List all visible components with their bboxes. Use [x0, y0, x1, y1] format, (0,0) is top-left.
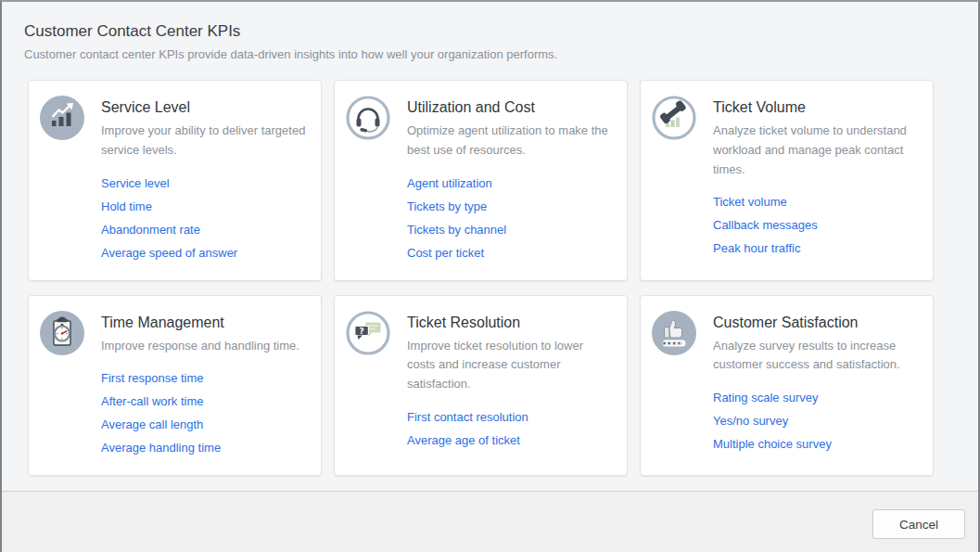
- kpi-card-grid: Service Level Improve your ability to de…: [28, 80, 934, 476]
- main-content: Customer Contact Center KPIs Customer co…: [2, 2, 978, 476]
- kpi-link[interactable]: Peak hour traffic: [713, 241, 920, 255]
- kpi-link[interactable]: Ticket volume: [713, 195, 920, 209]
- card-utilization-and-cost: Utilization and Cost Optimize agent util…: [334, 80, 628, 281]
- kpi-link[interactable]: Multiple choice survey: [713, 437, 920, 451]
- card-description: Improve response and handling time.: [101, 337, 308, 356]
- card-link-list: Ticket volume Callback messages Peak hou…: [713, 195, 920, 255]
- kpi-link[interactable]: After-call work time: [101, 394, 308, 408]
- cancel-button[interactable]: Cancel: [872, 509, 965, 539]
- kpi-link[interactable]: Yes/no survey: [713, 414, 920, 428]
- footer-bar: Cancel: [2, 491, 978, 552]
- card-description: Analyze survey results to increase custo…: [713, 337, 920, 376]
- kpi-link[interactable]: Callback messages: [713, 218, 920, 232]
- kpi-link[interactable]: Average age of ticket: [407, 433, 614, 447]
- card-link-list: Service level Hold time Abandonment rate…: [101, 176, 308, 260]
- card-title: Service Level: [101, 99, 308, 116]
- card-ticket-volume: Ticket Volume Analyze ticket volume to u…: [640, 80, 934, 281]
- card-customer-satisfaction: ★★★★ ★ Customer Satisfaction Analyze sur…: [640, 295, 934, 477]
- card-title: Ticket Volume: [713, 99, 920, 116]
- bar-chart-trend-icon: [40, 96, 84, 140]
- thumbs-up-rating-icon: ★★★★ ★: [652, 311, 696, 355]
- card-link-list: Agent utilization Tickets by type Ticket…: [407, 176, 614, 260]
- card-body: Customer Satisfaction Analyze survey res…: [713, 309, 920, 461]
- card-ticket-resolution: ? Ticket Resolution Improve ticket resol…: [334, 295, 628, 477]
- card-link-list: First response time After-call work time…: [101, 371, 308, 455]
- card-body: Service Level Improve your ability to de…: [101, 94, 308, 269]
- kpi-link[interactable]: Service level: [101, 176, 308, 190]
- card-time-management: Time Management Improve response and han…: [28, 295, 322, 477]
- kpi-link[interactable]: Average speed of answer: [101, 246, 308, 260]
- svg-text:★: ★: [679, 340, 683, 346]
- kpi-link[interactable]: Rating scale survey: [713, 391, 920, 404]
- kpi-link[interactable]: Tickets by type: [407, 199, 614, 213]
- kpi-link[interactable]: Cost per ticket: [407, 246, 614, 260]
- card-description: Improve ticket resolution to lower costs…: [407, 337, 614, 394]
- card-description: Improve your ability to deliver targeted…: [101, 122, 308, 160]
- card-link-list: Rating scale survey Yes/no survey Multip…: [713, 391, 920, 451]
- kpi-link[interactable]: First contact resolution: [407, 410, 614, 424]
- card-title: Utilization and Cost: [407, 99, 614, 116]
- page-title: Customer Contact Center KPIs: [24, 22, 956, 41]
- kpi-link[interactable]: First response time: [101, 371, 308, 385]
- chat-question-icon: ?: [346, 311, 390, 355]
- kpi-link[interactable]: Average handling time: [101, 441, 308, 455]
- card-body: Time Management Improve response and han…: [101, 309, 308, 465]
- svg-text:?: ?: [359, 326, 363, 335]
- card-description: Optimize agent utilization to make the b…: [407, 122, 614, 160]
- card-body: Ticket Volume Analyze ticket volume to u…: [713, 94, 920, 264]
- card-title: Ticket Resolution: [407, 315, 614, 331]
- card-body: Ticket Resolution Improve ticket resolut…: [407, 309, 614, 456]
- card-title: Customer Satisfaction: [713, 315, 920, 331]
- card-title: Time Management: [101, 315, 308, 331]
- card-link-list: First contact resolution Average age of …: [407, 410, 614, 447]
- card-body: Utilization and Cost Optimize agent util…: [407, 94, 614, 269]
- kpi-link[interactable]: Tickets by channel: [407, 223, 614, 237]
- card-service-level: Service Level Improve your ability to de…: [28, 80, 322, 281]
- kpi-link[interactable]: Hold time: [101, 199, 308, 213]
- kpi-picker-panel: Customer Contact Center KPIs Customer co…: [0, 0, 980, 552]
- phone-chart-icon: [652, 96, 696, 140]
- page-subtitle: Customer contact center KPIs provide dat…: [24, 47, 956, 61]
- kpi-link[interactable]: Agent utilization: [407, 176, 614, 190]
- headset-icon: [346, 96, 390, 140]
- stopwatch-clipboard-icon: [40, 311, 84, 355]
- card-description: Analyze ticket volume to understand work…: [713, 122, 920, 179]
- kpi-link[interactable]: Abandonment rate: [101, 223, 308, 237]
- kpi-link[interactable]: Average call length: [101, 417, 308, 431]
